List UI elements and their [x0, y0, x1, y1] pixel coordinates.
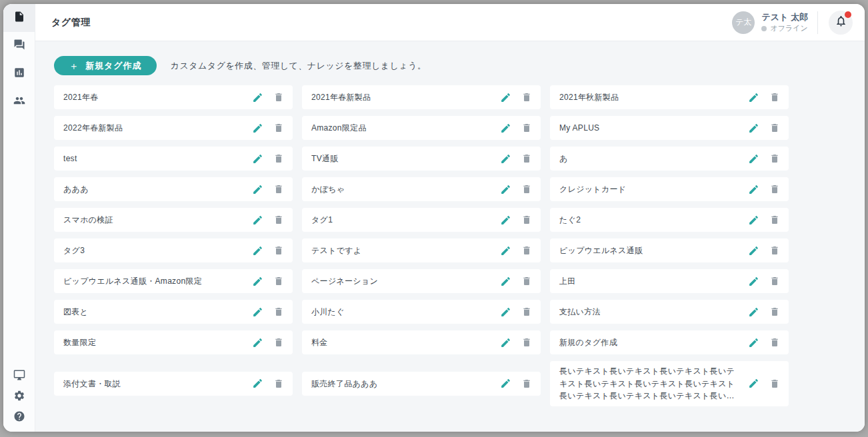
edit-tag-button[interactable]: [748, 276, 759, 287]
delete-tag-button[interactable]: [769, 306, 780, 317]
delete-tag-button[interactable]: [273, 92, 284, 103]
tag-label: ピップウエルネス通販・Amazon限定: [63, 275, 247, 288]
edit-tag-button[interactable]: [252, 276, 263, 287]
edit-tag-button[interactable]: [748, 153, 759, 165]
delete-tag-button[interactable]: [273, 378, 284, 389]
edit-tag-button[interactable]: [500, 306, 511, 318]
sidebar-item-help[interactable]: [3, 407, 35, 428]
sidebar-item-settings[interactable]: [3, 386, 35, 407]
delete-tag-button[interactable]: [273, 306, 284, 317]
edit-tag-button[interactable]: [500, 184, 511, 195]
edit-tag-button[interactable]: [252, 337, 263, 348]
delete-tag-button[interactable]: [769, 123, 780, 133]
delete-tag-button[interactable]: [769, 276, 780, 286]
edit-tag-button[interactable]: [252, 215, 263, 226]
edit-tag-button[interactable]: [748, 92, 759, 103]
edit-tag-button[interactable]: [748, 245, 759, 256]
sidebar-item-analytics[interactable]: [3, 60, 35, 88]
pencil-icon: [252, 187, 263, 197]
delete-tag-button[interactable]: [769, 337, 780, 348]
avatar[interactable]: テ太: [732, 11, 755, 34]
trash-icon: [521, 156, 532, 166]
delete-tag-button[interactable]: [273, 153, 284, 164]
pencil-icon: [500, 218, 511, 228]
edit-tag-button[interactable]: [252, 92, 263, 103]
delete-tag-button[interactable]: [769, 245, 780, 256]
delete-tag-button[interactable]: [521, 153, 532, 164]
trash-icon: [273, 125, 284, 135]
tag-label: My APLUS: [559, 122, 743, 135]
create-tag-button[interactable]: ＋ 新規タグ作成: [54, 56, 157, 75]
edit-tag-button[interactable]: [748, 337, 759, 348]
pencil-icon: [748, 95, 759, 105]
tag-card-actions: [500, 276, 532, 287]
tag-card: test: [54, 147, 293, 171]
delete-tag-button[interactable]: [769, 153, 780, 164]
tag-card: スマホの検証: [54, 208, 293, 232]
sidebar-item-chat[interactable]: [3, 32, 35, 60]
trash-icon: [521, 187, 532, 197]
delete-tag-button[interactable]: [273, 337, 284, 348]
edit-tag-button[interactable]: [252, 378, 263, 389]
tag-card: かぼちゃ: [302, 177, 541, 201]
delete-tag-button[interactable]: [521, 92, 532, 103]
delete-tag-button[interactable]: [273, 184, 284, 195]
delete-tag-button[interactable]: [521, 123, 532, 133]
edit-tag-button[interactable]: [500, 215, 511, 226]
delete-tag-button[interactable]: [521, 378, 532, 389]
tag-card: あ: [550, 147, 789, 171]
delete-tag-button[interactable]: [521, 306, 532, 317]
delete-tag-button[interactable]: [521, 215, 532, 225]
tag-card: TV通販: [302, 147, 541, 171]
pencil-icon: [748, 340, 759, 350]
sidebar-item-documents[interactable]: [3, 4, 35, 32]
edit-tag-button[interactable]: [500, 123, 511, 134]
pencil-icon: [748, 279, 759, 289]
delete-tag-button[interactable]: [521, 184, 532, 195]
tag-card-actions: [252, 92, 284, 103]
tag-card: あああ: [54, 177, 293, 201]
edit-tag-button[interactable]: [500, 378, 511, 389]
delete-tag-button[interactable]: [521, 276, 532, 286]
tag-card-actions: [500, 123, 532, 134]
sidebar-spacer: [3, 116, 35, 366]
edit-tag-button[interactable]: [500, 276, 511, 287]
bar-chart-icon: [13, 67, 25, 81]
edit-tag-button[interactable]: [252, 245, 263, 256]
tag-card: 支払い方法: [550, 300, 789, 324]
tag-card: 新規のタグ作成: [550, 330, 789, 354]
edit-tag-button[interactable]: [500, 245, 511, 256]
edit-tag-button[interactable]: [500, 337, 511, 348]
edit-tag-button[interactable]: [748, 378, 759, 389]
edit-tag-button[interactable]: [748, 123, 759, 134]
delete-tag-button[interactable]: [769, 184, 780, 195]
tag-label: 2022年春新製品: [63, 122, 247, 135]
edit-tag-button[interactable]: [252, 123, 263, 134]
trash-icon: [521, 125, 532, 135]
notifications-button[interactable]: [829, 11, 853, 35]
delete-tag-button[interactable]: [273, 123, 284, 133]
trash-icon: [769, 278, 780, 288]
edit-tag-button[interactable]: [500, 92, 511, 103]
edit-tag-button[interactable]: [748, 306, 759, 318]
delete-tag-button[interactable]: [769, 378, 780, 389]
chat-icon: [13, 39, 25, 53]
trash-icon: [273, 217, 284, 227]
tag-card: ページネーション: [302, 269, 541, 293]
edit-tag-button[interactable]: [252, 184, 263, 195]
delete-tag-button[interactable]: [769, 92, 780, 103]
edit-tag-button[interactable]: [252, 153, 263, 165]
sidebar-item-users[interactable]: [3, 88, 35, 116]
edit-tag-button[interactable]: [748, 215, 759, 226]
tag-label: 小川たぐ: [311, 306, 495, 318]
delete-tag-button[interactable]: [273, 276, 284, 286]
delete-tag-button[interactable]: [521, 245, 532, 256]
delete-tag-button[interactable]: [273, 245, 284, 256]
sidebar-item-display[interactable]: [3, 366, 35, 386]
delete-tag-button[interactable]: [521, 337, 532, 348]
edit-tag-button[interactable]: [252, 306, 263, 318]
delete-tag-button[interactable]: [273, 215, 284, 225]
edit-tag-button[interactable]: [748, 184, 759, 195]
edit-tag-button[interactable]: [500, 153, 511, 165]
delete-tag-button[interactable]: [769, 215, 780, 225]
